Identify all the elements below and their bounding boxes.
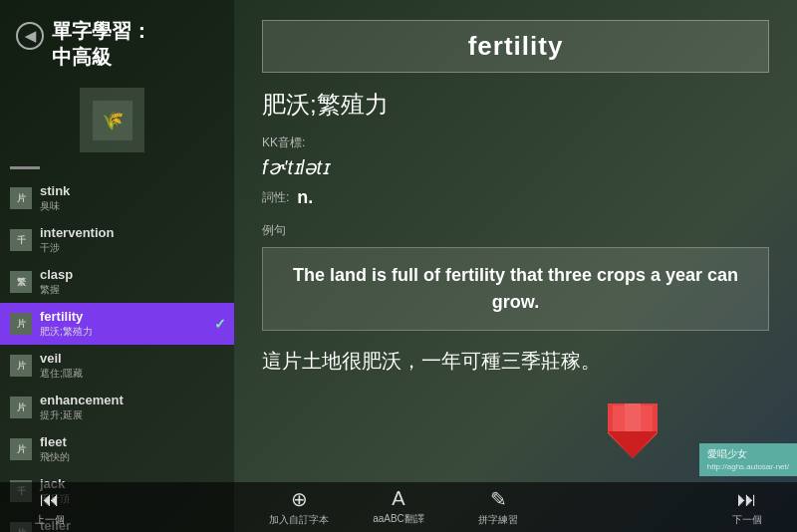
word-info: clasp 繁握 bbox=[40, 267, 226, 297]
list-item[interactable]: 繁 clasp 繁握 bbox=[0, 261, 234, 303]
sidebar-header: ◀ 單字學習： 中高級 bbox=[0, 0, 234, 82]
example-box: The land is full of fertility that three… bbox=[262, 247, 769, 331]
add-vocab-button[interactable]: ⊕ 加入自訂字本 bbox=[269, 487, 329, 527]
prev-icon: ⏮ bbox=[40, 488, 60, 511]
list-item-active[interactable]: 片 fertility 肥沃;繁殖力 ✓ bbox=[0, 303, 234, 345]
word-badge: 片 bbox=[10, 438, 32, 460]
word-badge: 片 bbox=[10, 313, 32, 335]
word-badge: 片 bbox=[10, 355, 32, 377]
prev-label: 上一個 bbox=[35, 513, 65, 527]
main-content: fertility 肥沃;繁殖力 KK音標: fɚ'tɪlətɪ 詞性: n. … bbox=[234, 0, 797, 488]
example-label: 例句 bbox=[262, 222, 769, 239]
svg-rect-4 bbox=[625, 403, 641, 433]
bottom-bar: ⏮ 上一個 ⊕ 加入自訂字本 A aaABC翻譯 ✎ 拼字練習 ⏭ 下一個 bbox=[0, 482, 797, 532]
spell-icon: ✎ bbox=[490, 487, 507, 511]
word-badge: 片 bbox=[10, 187, 32, 209]
kk-label: KK音標: bbox=[262, 134, 769, 151]
word-english: stink bbox=[40, 183, 226, 198]
word-title-box: fertility bbox=[262, 20, 769, 73]
word-chinese: 臭味 bbox=[40, 199, 226, 213]
pos-value: n. bbox=[297, 187, 313, 208]
word-image: 🌾 bbox=[80, 88, 144, 152]
svg-text:🌾: 🌾 bbox=[102, 110, 125, 132]
word-info: veil 遮住;隱藏 bbox=[40, 351, 226, 381]
word-badge: 千 bbox=[10, 229, 32, 251]
word-chinese: 遮住;隱藏 bbox=[40, 367, 226, 381]
word-chinese: 肥沃;繁殖力 bbox=[40, 325, 214, 339]
prev-button[interactable]: ⏮ 上一個 bbox=[20, 488, 80, 527]
abc-icon: A bbox=[392, 487, 404, 510]
next-label: 下一個 bbox=[732, 513, 762, 527]
word-english: intervention bbox=[40, 225, 226, 240]
example-chinese: 這片土地很肥沃，一年可種三季莊稼。 bbox=[262, 345, 769, 377]
bottom-center-actions: ⊕ 加入自訂字本 A aaABC翻譯 ✎ 拼字練習 bbox=[269, 487, 528, 527]
separator bbox=[10, 166, 40, 169]
spell-button[interactable]: ✎ 拼字練習 bbox=[468, 487, 528, 527]
chinese-meaning: 肥沃;繁殖力 bbox=[262, 89, 769, 121]
pos-row: 詞性: n. bbox=[262, 187, 769, 208]
pos-label: 詞性: bbox=[262, 189, 289, 206]
word-list: 片 stink 臭味 千 intervention 干涉 繁 clasp 繁握 … bbox=[0, 173, 234, 532]
list-item[interactable]: 片 stink 臭味 bbox=[0, 177, 234, 219]
list-item[interactable]: 片 fleet 飛快的 bbox=[0, 428, 234, 470]
word-info: stink 臭味 bbox=[40, 183, 226, 213]
list-item[interactable]: 片 veil 遮住;隱藏 bbox=[0, 345, 234, 387]
word-info: fertility 肥沃;繁殖力 bbox=[40, 309, 214, 339]
sidebar: ◀ 單字學習： 中高級 🌾 片 stink 臭味 千 i bbox=[0, 0, 234, 532]
word-chinese: 提升;延展 bbox=[40, 408, 226, 422]
list-item[interactable]: 千 intervention 干涉 bbox=[0, 219, 234, 261]
next-arrow-container bbox=[598, 394, 667, 467]
word-chinese: 繁握 bbox=[40, 283, 226, 297]
check-icon: ✓ bbox=[214, 316, 226, 332]
pronunciation: fɚ'tɪlətɪ bbox=[262, 155, 769, 179]
add-label: 加入自訂字本 bbox=[269, 513, 329, 527]
word-badge: 繁 bbox=[10, 271, 32, 293]
add-icon: ⊕ bbox=[291, 487, 308, 511]
example-english: The land is full of fertility that three… bbox=[279, 262, 752, 316]
word-info: intervention 干涉 bbox=[40, 225, 226, 255]
word-chinese: 飛快的 bbox=[40, 450, 226, 464]
spell-label: 拼字練習 bbox=[478, 513, 518, 527]
back-button[interactable]: ◀ bbox=[16, 22, 44, 50]
brand-url: http://aghs.autosar-net/ bbox=[707, 461, 789, 472]
abc-translate-button[interactable]: A aaABC翻譯 bbox=[369, 487, 428, 527]
word-info: enhancement 提升;延展 bbox=[40, 393, 226, 422]
abc-label: aaABC翻譯 bbox=[373, 512, 424, 526]
word-badge: 片 bbox=[10, 397, 32, 418]
word-english: veil bbox=[40, 351, 226, 366]
brand-name: 愛唱少女 bbox=[707, 447, 789, 461]
word-title: fertility bbox=[283, 31, 748, 62]
next-icon: ⏭ bbox=[737, 488, 757, 511]
word-english: enhancement bbox=[40, 393, 226, 407]
svg-marker-5 bbox=[608, 431, 658, 458]
next-button[interactable]: ⏭ 下一個 bbox=[717, 488, 777, 527]
word-chinese: 干涉 bbox=[40, 241, 226, 255]
word-info: fleet 飛快的 bbox=[40, 434, 226, 464]
down-arrow-icon[interactable] bbox=[598, 394, 667, 463]
word-english: fleet bbox=[40, 434, 226, 449]
word-english: clasp bbox=[40, 267, 226, 282]
brand-tag: 愛唱少女 http://aghs.autosar-net/ bbox=[699, 443, 797, 476]
word-english: fertility bbox=[40, 309, 214, 324]
list-item[interactable]: 片 enhancement 提升;延展 bbox=[0, 387, 234, 428]
app-title: 單字學習： 中高級 bbox=[52, 18, 151, 70]
